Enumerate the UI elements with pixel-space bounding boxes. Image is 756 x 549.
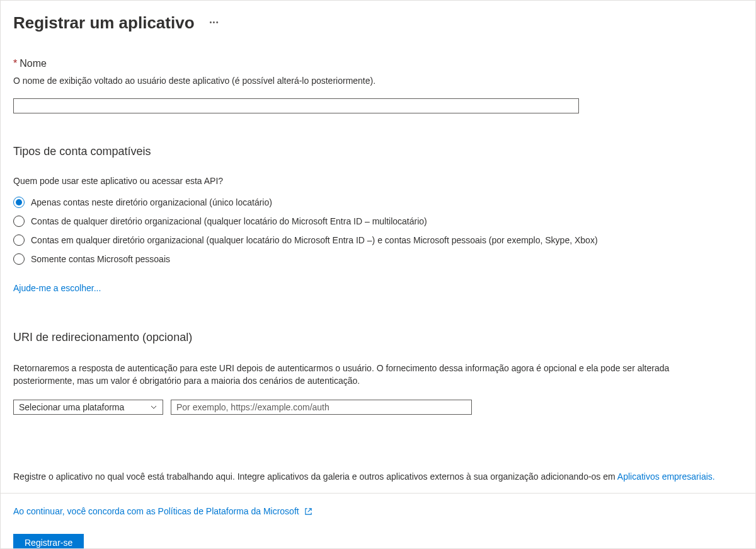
account-types-section: Tipos de conta compatíveis Quem pode usa… bbox=[13, 145, 743, 293]
radio-icon bbox=[13, 253, 25, 265]
footer-note: Registre o aplicativo no qual você está … bbox=[13, 471, 743, 482]
radio-label: Contas de qualquer diretório organizacio… bbox=[31, 215, 427, 228]
radio-label: Contas em qualquer diretório organizacio… bbox=[31, 234, 598, 246]
radio-option-multi-tenant[interactable]: Contas de qualquer diretório organizacio… bbox=[13, 215, 743, 228]
bottom-panel: Ao continuar, você concorda com as Polít… bbox=[1, 493, 755, 549]
required-indicator: * bbox=[13, 58, 17, 69]
more-actions-icon[interactable]: ••• bbox=[210, 18, 219, 28]
help-me-choose-link[interactable]: Ajude-me a escolher... bbox=[13, 283, 101, 293]
name-description: O nome de exibição voltado ao usuário de… bbox=[13, 76, 743, 86]
register-button[interactable]: Registrar-se bbox=[13, 534, 84, 549]
redirect-uri-input[interactable] bbox=[171, 400, 472, 415]
redirect-uri-section: URI de redirecionamento (opcional) Retor… bbox=[13, 331, 743, 415]
radio-icon bbox=[13, 197, 25, 208]
radio-label: Somente contas Microsoft pessoais bbox=[31, 253, 170, 265]
radio-label: Apenas contas neste diretório organizaci… bbox=[31, 196, 272, 209]
chevron-down-icon bbox=[150, 403, 158, 411]
page-title: Registrar um aplicativo bbox=[13, 13, 195, 33]
radio-option-multi-tenant-personal[interactable]: Contas em qualquer diretório organizacio… bbox=[13, 234, 743, 246]
platform-select-text: Selecionar uma plataforma bbox=[19, 402, 124, 412]
account-types-radio-group: Apenas contas neste diretório organizaci… bbox=[13, 196, 743, 265]
radio-option-personal-only[interactable]: Somente contas Microsoft pessoais bbox=[13, 253, 743, 265]
name-field-section: * Nome O nome de exibição voltado ao usu… bbox=[13, 58, 743, 113]
platform-policy-link[interactable]: Ao continuar, você concorda com as Polít… bbox=[13, 506, 299, 516]
radio-icon bbox=[13, 216, 25, 227]
name-input[interactable] bbox=[13, 98, 579, 113]
account-types-title: Tipos de conta compatíveis bbox=[13, 145, 743, 158]
redirect-uri-title: URI de redirecionamento (opcional) bbox=[13, 331, 743, 344]
enterprise-apps-link[interactable]: Aplicativos empresariais. bbox=[617, 471, 715, 482]
radio-option-single-tenant[interactable]: Apenas contas neste diretório organizaci… bbox=[13, 196, 743, 209]
name-label: Nome bbox=[20, 58, 47, 69]
account-types-subtext: Quem pode usar este aplicativo ou acessa… bbox=[13, 176, 743, 186]
external-link-icon bbox=[304, 507, 312, 516]
platform-select[interactable]: Selecionar uma plataforma bbox=[13, 400, 163, 415]
footer-note-text: Registre o aplicativo no qual você está … bbox=[13, 471, 617, 482]
redirect-uri-description: Retornaremos a resposta de autenticação … bbox=[13, 362, 706, 387]
radio-icon bbox=[13, 234, 25, 246]
